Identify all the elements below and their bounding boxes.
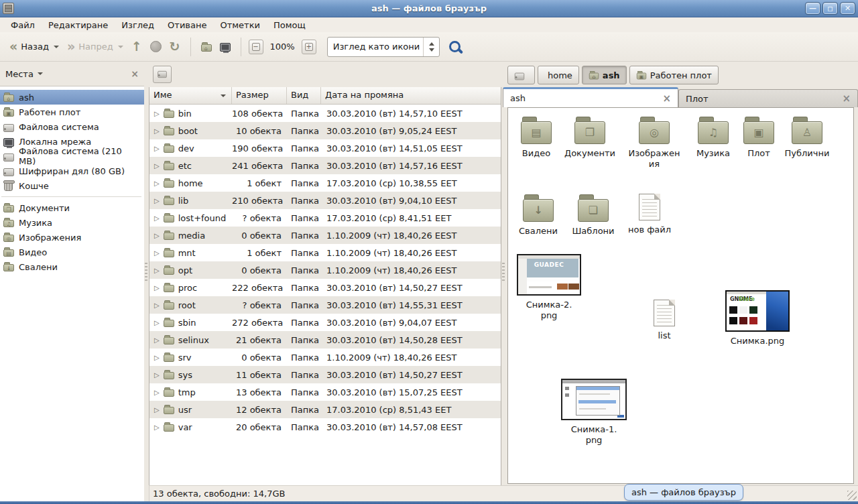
home-button[interactable]	[197, 40, 216, 54]
table-row[interactable]: ▷ sbin 272 обекта Папка 30.03.2010 (вт) …	[149, 314, 501, 331]
tree-root-button[interactable]	[153, 66, 172, 83]
file-icon-item[interactable]: Документи	[558, 116, 622, 159]
sidebar-item[interactable]: Музика	[0, 215, 144, 230]
expander-icon[interactable]: ▷	[154, 145, 160, 152]
up-button[interactable]: ↑	[127, 38, 146, 56]
sidebar-item[interactable]: ash	[0, 90, 144, 105]
expander-icon[interactable]: ▷	[154, 406, 160, 414]
splitter-grip[interactable]	[145, 263, 147, 283]
table-row[interactable]: ▷ usr 12 обекта Папка 17.03.2010 (ср) 8,…	[149, 401, 501, 418]
zoom-out-button[interactable]: −	[249, 40, 263, 54]
menu-item[interactable]: Редактиране	[42, 19, 115, 32]
expander-icon[interactable]: ▷	[154, 110, 160, 117]
breadcrumb-button[interactable]: home	[538, 66, 579, 84]
table-row[interactable]: ▷ proc 222 обекта Папка 30.03.2010 (вт) …	[149, 279, 501, 296]
forward-history-arrow-icon[interactable]	[118, 46, 123, 48]
search-icon[interactable]	[449, 41, 461, 52]
column-header-date[interactable]: Дата на промяна	[321, 87, 501, 104]
sidebar-title[interactable]: Места	[5, 69, 34, 79]
splitter-grip[interactable]	[502, 263, 505, 283]
table-row[interactable]: ▷ lost+found ? обекта Папка 17.03.2010 (…	[149, 209, 501, 227]
tab-close-icon[interactable]: ×	[842, 92, 851, 105]
file-icon-item[interactable]: Снимка-1.png	[562, 379, 626, 445]
window-control-button[interactable]	[805, 2, 820, 15]
back-history-arrow-icon[interactable]	[54, 46, 59, 48]
tab[interactable]: ash ×	[503, 87, 678, 107]
expander-icon[interactable]: ▷	[154, 249, 160, 257]
table-row[interactable]: ▷ var 20 обекта Папка 30.03.2010 (вт) 14…	[149, 418, 501, 436]
file-icon-item[interactable]: нов файл	[617, 191, 682, 235]
taskbar-window-button[interactable]: ash — файлов браузър	[624, 484, 743, 501]
file-icon-item[interactable]: Снимка-2.png	[517, 254, 581, 320]
breadcrumb-button[interactable]: Работен плот	[629, 66, 719, 84]
expander-icon[interactable]: ▷	[154, 162, 160, 170]
reload-button[interactable]: ↻	[166, 38, 184, 56]
expander-icon[interactable]: ▷	[154, 180, 160, 187]
tab-close-icon[interactable]: ×	[662, 92, 671, 105]
expander-icon[interactable]: ▷	[154, 284, 160, 292]
sidebar-close-icon[interactable]: ×	[131, 68, 139, 79]
forward-button[interactable]: » Напред	[63, 38, 127, 56]
expander-icon[interactable]: ▷	[154, 424, 160, 431]
expander-icon[interactable]: ▷	[154, 214, 160, 222]
expander-icon[interactable]: ▷	[154, 197, 160, 204]
column-header-name[interactable]: Име	[149, 87, 232, 104]
file-icon-item[interactable]: Шаблони	[561, 194, 625, 237]
menu-item[interactable]: Помощ	[267, 19, 312, 32]
table-row[interactable]: ▷ root ? обекта Папка 30.03.2010 (вт) 14…	[149, 296, 501, 314]
menu-item[interactable]: Изглед	[115, 19, 161, 32]
table-row[interactable]: ▷ etc 241 обекта Папка 30.03.2010 (вт) 1…	[149, 157, 501, 174]
sidebar-item[interactable]: Файлова система	[0, 119, 144, 134]
zoom-in-button[interactable]: +	[302, 40, 316, 54]
table-row[interactable]: ▷ media 0 обекта Папка 1.10.2009 (чт) 18…	[149, 227, 501, 244]
table-row[interactable]: ▷ bin 108 обекта Папка 30.03.2010 (вт) 1…	[149, 105, 501, 122]
table-row[interactable]: ▷ lib 210 обекта Папка 30.03.2010 (вт) 9…	[149, 192, 501, 209]
table-row[interactable]: ▷ srv 0 обекта Папка 1.10.2009 (чт) 18,4…	[149, 349, 501, 366]
sidebar-item[interactable]: Шифриран дял (80 GB)	[0, 164, 144, 178]
sidebar-item[interactable]: Работен плот	[0, 105, 144, 119]
expander-icon[interactable]: ▷	[154, 267, 160, 274]
combo-spinner-icon[interactable]	[423, 38, 439, 56]
expander-icon[interactable]: ▷	[154, 354, 160, 361]
sidebar-item[interactable]: Свалени	[0, 259, 144, 274]
window-control-button[interactable]	[840, 2, 855, 15]
expander-icon[interactable]: ▷	[154, 371, 160, 379]
menu-item[interactable]: Отметки	[213, 19, 266, 32]
file-icon-item[interactable]: list	[632, 297, 696, 341]
tab[interactable]: Плот ×	[678, 89, 858, 107]
pane-splitter-left[interactable]	[144, 62, 149, 501]
sidebar-item[interactable]: Документи	[0, 200, 144, 215]
expander-icon[interactable]: ▷	[154, 302, 160, 309]
table-row[interactable]: ▷ sys 11 обекта Папка 30.03.2010 (вт) 14…	[149, 366, 501, 383]
window-control-button[interactable]	[822, 2, 838, 15]
table-row[interactable]: ▷ home 1 обект Папка 17.03.2010 (ср) 10,…	[149, 174, 501, 192]
column-header-type[interactable]: Вид	[287, 87, 321, 104]
table-row[interactable]: ▷ dev 190 обекта Папка 30.03.2010 (вт) 1…	[149, 139, 501, 157]
file-icon-item[interactable]: Публични	[775, 116, 839, 159]
sidebar-item[interactable]: Видео	[0, 245, 144, 259]
computer-button[interactable]	[216, 39, 235, 54]
sidebar-item[interactable]: Изображения	[0, 230, 144, 245]
expander-icon[interactable]: ▷	[154, 336, 160, 344]
view-mode-select[interactable]: Изглед като икони	[327, 37, 440, 57]
table-row[interactable]: ▷ boot 10 обекта Папка 30.03.2010 (вт) 9…	[149, 122, 501, 139]
expander-icon[interactable]: ▷	[154, 127, 160, 135]
file-icon-item[interactable]: Снимка.png	[725, 290, 790, 346]
menu-item[interactable]: Файл	[4, 19, 42, 32]
stop-button[interactable]	[146, 38, 166, 55]
menu-item[interactable]: Отиване	[161, 19, 213, 32]
expander-icon[interactable]: ▷	[154, 389, 160, 396]
sidebar-title-arrow-icon[interactable]	[38, 72, 43, 75]
expander-icon[interactable]: ▷	[154, 319, 160, 326]
table-row[interactable]: ▷ opt 0 обекта Папка 1.10.2009 (чт) 18,4…	[149, 261, 501, 279]
table-row[interactable]: ▷ tmp 13 обекта Папка 30.03.2010 (вт) 15…	[149, 383, 501, 401]
sidebar-item[interactable]: Кошче	[0, 178, 144, 193]
table-row[interactable]: ▷ selinux 21 обекта Папка 30.03.2010 (вт…	[149, 331, 501, 349]
expander-icon[interactable]: ▷	[154, 232, 160, 239]
breadcrumb-button[interactable]	[507, 66, 535, 84]
table-row[interactable]: ▷ mnt 1 обект Папка 1.10.2009 (чт) 18,40…	[149, 244, 501, 261]
back-button[interactable]: « Назад	[5, 38, 63, 56]
resize-grip-icon[interactable]	[847, 491, 857, 500]
sidebar-item[interactable]: Файлова система (210 MB)	[0, 149, 144, 164]
breadcrumb-button[interactable]: ash	[582, 66, 627, 84]
